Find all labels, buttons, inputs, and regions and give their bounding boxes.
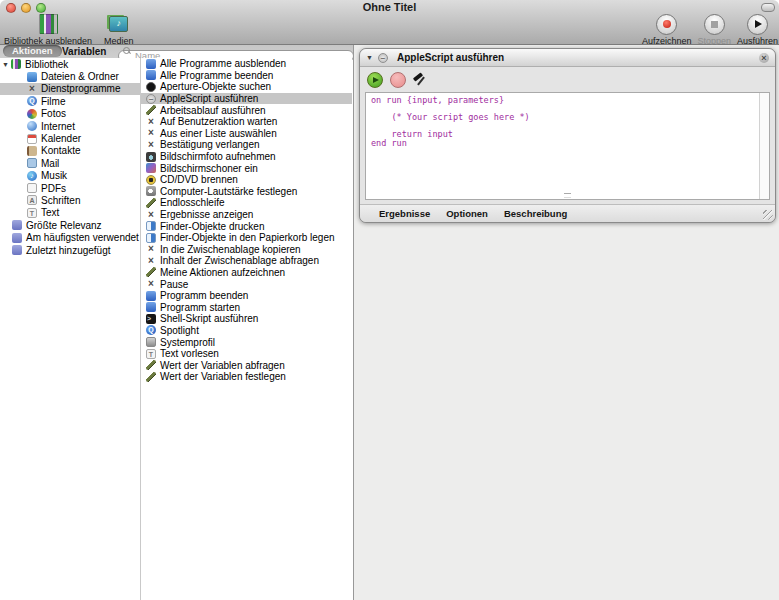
action-item-finder-objekte-in-den-papierkorb-legen[interactable]: Finder-Objekte in den Papierkorb legen: [141, 232, 352, 244]
script-resize-handle[interactable]: [564, 193, 571, 198]
sidebar-item-label: Musik: [41, 170, 67, 181]
editor-tab-beschreibung[interactable]: Beschreibung: [504, 208, 567, 219]
action-item-shell-skript-ausf-hren[interactable]: >Shell-Skript ausführen: [141, 313, 352, 325]
action-block-header[interactable]: ▼ ~ AppleScript ausführen ×: [360, 49, 775, 67]
sidebar-item-label: Text: [41, 207, 59, 218]
sidebar-item-schriften[interactable]: ASchriften: [0, 194, 140, 206]
automator-window: Ohne Titel Bibliothek ausblenden ♪ Medie…: [0, 0, 779, 600]
action-item-cd-dvd-brennen[interactable]: CD/DVD brennen: [141, 174, 352, 186]
action-item-finder-objekte-drucken[interactable]: Finder-Objekte drucken: [141, 220, 352, 232]
media-icon: ♪: [109, 16, 128, 32]
action-item-pause[interactable]: ×Pause: [141, 278, 352, 290]
action-item-bildschirmfoto-aufnehmen[interactable]: Bildschirmfoto aufnehmen: [141, 151, 352, 163]
action-item-meine-aktionen-aufzeichnen[interactable]: Meine Aktionen aufzeichnen: [141, 267, 352, 279]
action-item-alle-programme-beenden[interactable]: Alle Programme beenden: [141, 70, 352, 82]
applescript-icon: ~: [378, 53, 388, 63]
sidebar-item-am-h-ufigsten-verwendet[interactable]: Am häufigsten verwendet: [0, 231, 140, 243]
action-item-label: Bestätigung verlangen: [160, 139, 260, 150]
actions-list: Alle Programme ausblendenAlle Programme …: [141, 58, 352, 600]
action-item-label: Programm starten: [160, 302, 240, 313]
title-toolbar: Ohne Titel Bibliothek ausblenden ♪ Medie…: [0, 0, 779, 45]
sidebar-item-label: Dateien & Ordner: [41, 71, 119, 82]
action-item-label: Systemprofil: [160, 337, 215, 348]
app-icon: [146, 291, 156, 301]
action-item-arbeitsablauf-ausf-hren[interactable]: Arbeitsablauf ausführen: [141, 104, 352, 116]
sidebar-item-dienstprogramme[interactable]: ×Dienstprogramme: [0, 83, 140, 95]
action-resize-grip[interactable]: [763, 210, 773, 220]
sidebar-item-pdfs[interactable]: PDFs: [0, 182, 140, 194]
media-button[interactable]: ♪ Medien: [104, 13, 134, 46]
run-script-icon[interactable]: [367, 72, 383, 88]
action-item-label: Spotlight: [160, 325, 199, 336]
action-item-programm-beenden[interactable]: Programm beenden: [141, 290, 352, 302]
text-icon: T: [27, 208, 37, 218]
action-item-wert-der-variablen-abfragen[interactable]: Wert der Variablen abfragen: [141, 359, 352, 371]
utilities-icon: ×: [27, 84, 37, 94]
script-scrollbar[interactable]: [759, 93, 769, 199]
action-item-bildschirmschoner-ein[interactable]: Bildschirmschoner ein: [141, 162, 352, 174]
action-item-inhalt-der-zwischenablage-abfragen[interactable]: ×Inhalt der Zwischenablage abfragen: [141, 255, 352, 267]
terminal-icon: >: [146, 314, 156, 324]
action-item-computer-lautst-rke-festlegen[interactable]: Computer-Lautstärke festlegen: [141, 186, 352, 198]
editor-tab-ergebnisse[interactable]: Ergebnisse: [379, 208, 430, 219]
record-button[interactable]: Aufzeichnen: [642, 13, 692, 46]
sidebar-item-filme[interactable]: QFilme: [0, 95, 140, 107]
screensaver-icon: [146, 163, 156, 173]
remove-action-icon[interactable]: ×: [759, 53, 769, 63]
sidebar-item-musik[interactable]: ♪Musik: [0, 170, 140, 182]
compile-icon[interactable]: [413, 72, 429, 87]
action-item-alle-programme-ausblenden[interactable]: Alle Programme ausblenden: [141, 58, 352, 70]
action-item-endlosschleife[interactable]: Endlosschleife: [141, 197, 352, 209]
action-item-applescript-ausf-hren[interactable]: ~AppleScript ausführen: [141, 93, 352, 105]
app-icon: [146, 302, 156, 312]
action-item-label: Shell-Skript ausführen: [160, 313, 258, 324]
action-item-ergebnisse-anzeigen[interactable]: ×Ergebnisse anzeigen: [141, 209, 352, 221]
action-item-best-tigung-verlangen[interactable]: ×Bestätigung verlangen: [141, 139, 352, 151]
sidebar-item-dateien-ordner[interactable]: Dateien & Ordner: [0, 70, 140, 82]
action-item-aus-einer-liste-ausw-hlen[interactable]: ×Aus einer Liste auswählen: [141, 128, 352, 140]
action-item-systemprofil[interactable]: Systemprofil: [141, 336, 352, 348]
action-item-auf-benutzeraktion-warten[interactable]: ×Auf Benutzeraktion warten: [141, 116, 352, 128]
tab-aktionen[interactable]: Aktionen: [3, 45, 62, 57]
toolbar-toggle-pill[interactable]: [761, 3, 775, 12]
app-icon: [146, 59, 156, 69]
sidebar-item-mail[interactable]: Mail: [0, 157, 140, 169]
editor-tab-optionen[interactable]: Optionen: [446, 208, 488, 219]
sidebar-item-bibliothek[interactable]: ▼Bibliothek: [0, 58, 140, 70]
sidebar-item-label: Größte Relevanz: [26, 220, 102, 231]
action-item-in-die-zwischenablage-kopieren[interactable]: ×In die Zwischenablage kopieren: [141, 244, 352, 256]
stop-script-icon[interactable]: [390, 72, 406, 88]
action-item-label: Wert der Variablen abfragen: [160, 360, 285, 371]
hide-library-button[interactable]: Bibliothek ausblenden: [4, 13, 92, 46]
automator-pen-icon: [146, 360, 156, 370]
sidebar-item-label: Schriften: [41, 195, 80, 206]
sidebar-item-zuletzt-hinzugef-gt[interactable]: Zuletzt hinzugefügt: [0, 244, 140, 256]
action-item-label: Bildschirmfoto aufnehmen: [160, 151, 276, 162]
action-item-label: Meine Aktionen aufzeichnen: [160, 267, 285, 278]
script-editor[interactable]: on run {input, parameters} (* Your scrip…: [365, 92, 770, 200]
sidebar-item-kalender[interactable]: Kalender: [0, 132, 140, 144]
run-icon: [755, 20, 762, 28]
toolbar-right-group: Aufzeichnen Stoppen Ausführen: [642, 13, 778, 46]
tab-variablen[interactable]: Variablen: [62, 45, 106, 57]
action-item-label: Alle Programme ausblenden: [160, 58, 286, 69]
sidebar-item-internet[interactable]: Internet: [0, 120, 140, 132]
run-button[interactable]: Ausführen: [737, 13, 778, 46]
volume-icon: [146, 186, 156, 196]
sidebar-item-label: PDFs: [41, 183, 66, 194]
disclosure-triangle-icon[interactable]: ▼: [2, 61, 11, 68]
action-item-spotlight[interactable]: QSpotlight: [141, 325, 352, 337]
action-item-aperture-objekte-suchen[interactable]: Aperture-Objekte suchen: [141, 81, 352, 93]
script-editor-content[interactable]: on run {input, parameters} (* Your scrip…: [371, 96, 757, 148]
sidebar-item-kontakte[interactable]: Kontakte: [0, 145, 140, 157]
action-item-programm-starten[interactable]: Programm starten: [141, 301, 352, 313]
sidebar-item-text[interactable]: TText: [0, 207, 140, 219]
sidebar-item-fotos[interactable]: Fotos: [0, 108, 140, 120]
sidebar-item-gr-te-relevanz[interactable]: Größte Relevanz: [0, 219, 140, 231]
sidebar-item-label: Kontakte: [41, 145, 80, 156]
action-item-label: Finder-Objekte in den Papierkorb legen: [160, 232, 335, 243]
collapse-action-icon[interactable]: ▼: [366, 54, 373, 61]
action-item-text-vorlesen[interactable]: TText vorlesen: [141, 348, 352, 360]
action-block-footer: ErgebnisseOptionenBeschreibung: [360, 204, 775, 222]
action-item-wert-der-variablen-festlegen[interactable]: Wert der Variablen festlegen: [141, 371, 352, 383]
